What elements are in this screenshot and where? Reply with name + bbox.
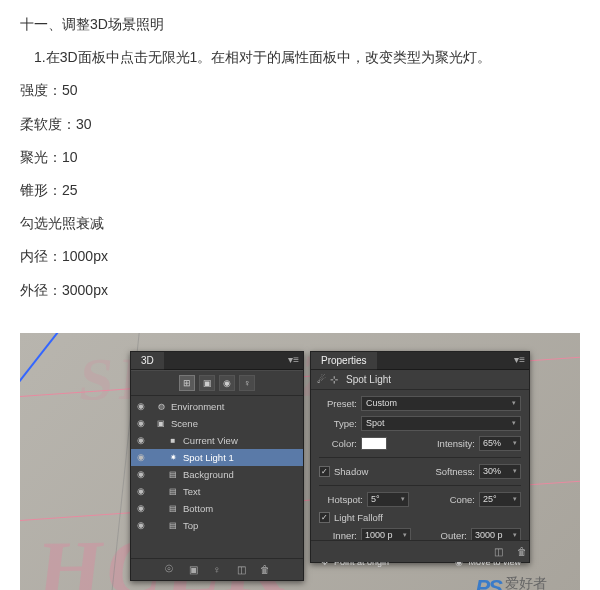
- color-label: Color:: [319, 438, 357, 449]
- softness-input[interactable]: 30% ▾: [479, 464, 521, 479]
- tree-row[interactable]: ◉▤Top: [131, 517, 303, 534]
- camera-icon[interactable]: ◫: [234, 562, 248, 576]
- tree-item-label: Current View: [183, 435, 238, 446]
- type-label: Type:: [319, 418, 357, 429]
- cone-label: Cone:: [437, 494, 475, 505]
- softness-label: Softness:: [431, 466, 475, 477]
- tree-row[interactable]: ◉■Current View: [131, 432, 303, 449]
- divider: [319, 457, 521, 458]
- tree-row[interactable]: ◉▤Text: [131, 483, 303, 500]
- panel-properties: Properties ▾≡ ☄ ⊹ Spot Light Preset: Cus…: [310, 351, 530, 563]
- param-spot: 聚光：10: [20, 145, 580, 170]
- visibility-toggle[interactable]: ◉: [135, 468, 147, 480]
- watermark-logo: PS: [476, 575, 501, 590]
- hotspot-label: Hotspot:: [319, 494, 363, 505]
- article-step: 1.在3D面板中点击无限光1。在相对于的属性面板中，改变类型为聚光灯。: [20, 45, 580, 70]
- coord-tab-icon[interactable]: ⊹: [330, 374, 338, 385]
- stepper-icon: ▾: [401, 495, 405, 503]
- watermark-text: 爱好者: [505, 576, 570, 590]
- tree-item-icon: ✷: [167, 451, 179, 463]
- tree-item-icon: ▤: [167, 485, 179, 497]
- delete-icon[interactable]: 🗑: [515, 544, 529, 558]
- stepper-icon: ▾: [513, 467, 517, 475]
- intensity-input[interactable]: 65% ▾: [479, 436, 521, 451]
- panel-footer: ◫ 🗑: [311, 540, 529, 562]
- tree-item-label: Bottom: [183, 503, 213, 514]
- tree-item-icon: ◍: [155, 400, 167, 412]
- tree-row[interactable]: ◉▣Scene: [131, 415, 303, 432]
- tree-item-label: Text: [183, 486, 200, 497]
- filter-toolbar: ⊞ ▣ ◉ ♀: [131, 370, 303, 396]
- param-outer: 外径：3000px: [20, 278, 580, 303]
- tree-row[interactable]: ◉◍Environment: [131, 398, 303, 415]
- falloff-checkbox[interactable]: ✓: [319, 512, 330, 523]
- stepper-icon: ▾: [513, 531, 517, 539]
- tree-item-label: Top: [183, 520, 198, 531]
- visibility-toggle[interactable]: ◉: [135, 519, 147, 531]
- tree-item-icon: ▣: [155, 417, 167, 429]
- param-falloff: 勾选光照衰减: [20, 211, 580, 236]
- watermark: PS 爱好者 www.psahz.com: [476, 575, 570, 590]
- tree-item-label: Environment: [171, 401, 224, 412]
- filter-material-button[interactable]: ◉: [219, 375, 235, 391]
- visibility-toggle[interactable]: ◉: [135, 400, 147, 412]
- stepper-icon: ▾: [513, 439, 517, 447]
- type-dropdown[interactable]: Spot ▾: [361, 416, 521, 431]
- tree-item-label: Spot Light 1: [183, 452, 234, 463]
- param-cone: 锥形：25: [20, 178, 580, 203]
- tab-3d[interactable]: 3D: [131, 352, 164, 370]
- shadow-checkbox[interactable]: ✓: [319, 466, 330, 477]
- param-inner: 内径：1000px: [20, 244, 580, 269]
- visibility-toggle[interactable]: ◉: [135, 417, 147, 429]
- param-intensity: 强度：50: [20, 78, 580, 103]
- falloff-label: Light Falloff: [334, 512, 383, 523]
- props-subtitle: Spot Light: [346, 374, 391, 385]
- panel-footer: ⦾ ▣ ♀ ◫ 🗑: [131, 558, 303, 580]
- preset-label: Preset:: [319, 398, 357, 409]
- article-heading: 十一、调整3D场景照明: [20, 12, 580, 37]
- param-softness: 柔软度：30: [20, 112, 580, 137]
- cone-input[interactable]: 25° ▾: [479, 492, 521, 507]
- render-icon[interactable]: ◫: [491, 544, 505, 558]
- visibility-toggle[interactable]: ◉: [135, 434, 147, 446]
- panel-menu-icon[interactable]: ▾≡: [288, 354, 299, 365]
- hotspot-input[interactable]: 5° ▾: [367, 492, 409, 507]
- panel-tabbar: 3D ▾≡: [131, 352, 303, 370]
- mesh-tab-icon[interactable]: ☄: [317, 374, 326, 385]
- tree-item-label: Background: [183, 469, 234, 480]
- preset-dropdown[interactable]: Custom ▾: [361, 396, 521, 411]
- tree-item-icon: ▤: [167, 502, 179, 514]
- tree-item-icon: ■: [167, 434, 179, 446]
- stepper-icon: ▾: [513, 495, 517, 503]
- light-icon[interactable]: ♀: [210, 562, 224, 576]
- delete-icon[interactable]: 🗑: [258, 562, 272, 576]
- props-toolbar: ☄ ⊹ Spot Light: [311, 370, 529, 390]
- tree-item-icon: ▤: [167, 468, 179, 480]
- chevron-down-icon: ▾: [512, 419, 516, 427]
- filter-all-button[interactable]: ⊞: [179, 375, 195, 391]
- visibility-toggle[interactable]: ◉: [135, 451, 147, 463]
- tree-row[interactable]: ◉✷Spot Light 1: [131, 449, 303, 466]
- filter-light-button[interactable]: ♀: [239, 375, 255, 391]
- scene-tree: ◉◍Environment◉▣Scene◉■Current View◉✷Spot…: [131, 396, 303, 536]
- tree-item-label: Scene: [171, 418, 198, 429]
- stepper-icon: ▾: [403, 531, 407, 539]
- tree-row[interactable]: ◉▤Background: [131, 466, 303, 483]
- shadow-label: Shadow: [334, 466, 368, 477]
- tree-item-icon: ▤: [167, 519, 179, 531]
- render-icon[interactable]: ▣: [186, 562, 200, 576]
- tab-properties[interactable]: Properties: [311, 352, 377, 370]
- screenshot: SIHOLZR HCEK 3D ▾≡ ⊞ ▣ ◉ ♀ ◉◍Environment…: [20, 333, 580, 590]
- color-swatch[interactable]: [361, 437, 387, 450]
- visibility-toggle[interactable]: ◉: [135, 485, 147, 497]
- panel-menu-icon[interactable]: ▾≡: [514, 354, 525, 365]
- filter-mesh-button[interactable]: ▣: [199, 375, 215, 391]
- panel-tabbar: Properties ▾≡: [311, 352, 529, 370]
- search-icon[interactable]: ⦾: [162, 562, 176, 576]
- chevron-down-icon: ▾: [512, 399, 516, 407]
- visibility-toggle[interactable]: ◉: [135, 502, 147, 514]
- intensity-label: Intensity:: [431, 438, 475, 449]
- divider: [319, 485, 521, 486]
- panel-3d: 3D ▾≡ ⊞ ▣ ◉ ♀ ◉◍Environment◉▣Scene◉■Curr…: [130, 351, 304, 581]
- tree-row[interactable]: ◉▤Bottom: [131, 500, 303, 517]
